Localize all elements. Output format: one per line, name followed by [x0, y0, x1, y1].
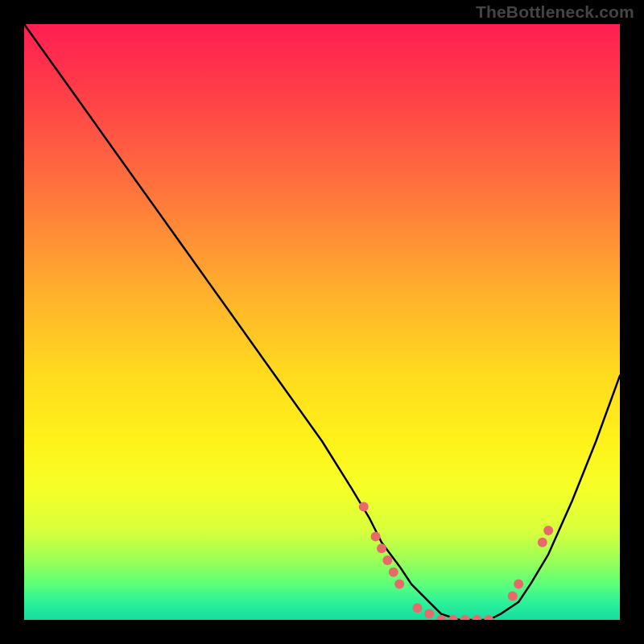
- chart-stage: TheBottleneck.com: [0, 0, 644, 644]
- data-marker: [543, 526, 553, 535]
- plot-area: [24, 24, 620, 620]
- data-marker: [424, 609, 434, 619]
- data-marker: [460, 615, 470, 620]
- data-marker: [389, 568, 398, 577]
- data-marker: [538, 538, 547, 547]
- data-marker: [484, 615, 493, 620]
- data-marker: [508, 591, 518, 601]
- data-marker: [359, 502, 369, 511]
- data-marker: [371, 531, 381, 541]
- data-marker: [377, 543, 386, 553]
- data-marker: [394, 580, 404, 589]
- curve-layer: [24, 24, 620, 620]
- bottleneck-curve: [24, 24, 620, 620]
- data-marker: [472, 615, 481, 620]
- data-marker: [412, 603, 422, 613]
- data-marker: [382, 555, 392, 565]
- markers-group: [359, 502, 553, 620]
- watermark: TheBottleneck.com: [476, 2, 634, 22]
- data-marker: [514, 580, 523, 589]
